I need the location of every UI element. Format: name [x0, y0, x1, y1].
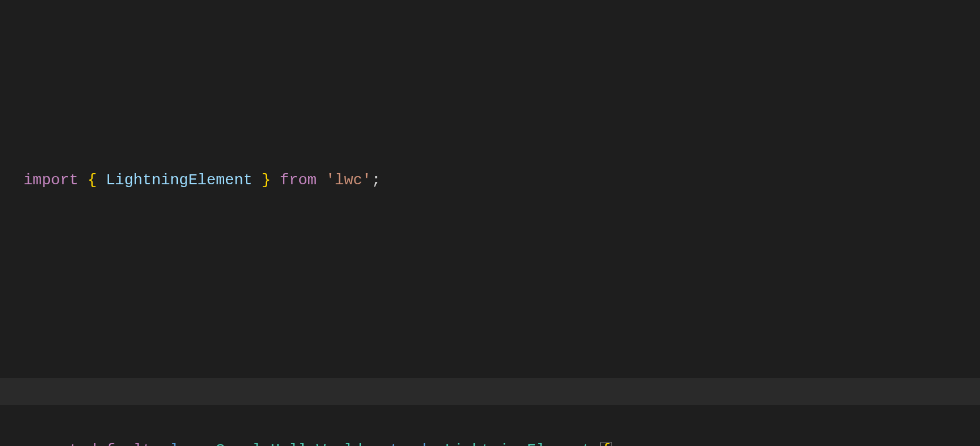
space [207, 441, 216, 446]
brace-open-highlighted: { [600, 442, 612, 446]
semicolon: ; [371, 171, 381, 189]
space [316, 171, 326, 189]
keyword-default: default [87, 441, 151, 446]
space [79, 441, 88, 446]
keyword-from: from [280, 171, 316, 189]
space [435, 441, 445, 446]
keyword-import: import [23, 171, 79, 189]
space [362, 441, 371, 446]
class-name: SampleHelloWorld [216, 441, 363, 446]
keyword-extends: extends [371, 441, 435, 446]
space [79, 171, 88, 189]
keyword-class: class [161, 441, 207, 446]
code-line: import { LightningElement } from 'lwc'; [23, 167, 973, 194]
string-module: 'lwc' [326, 171, 371, 189]
brace-close: } [262, 171, 271, 189]
space [591, 441, 600, 446]
code-line: export default class SampleHelloWorld ex… [23, 437, 973, 446]
brace-open: { [87, 171, 97, 189]
space [271, 171, 280, 189]
code-editor[interactable]: import { LightningElement } from 'lwc'; … [0, 0, 980, 446]
import-symbol: LightningElement [106, 171, 252, 189]
current-line-highlight [0, 378, 980, 405]
space [252, 171, 262, 189]
space [151, 441, 161, 446]
keyword-export: export [23, 441, 79, 446]
code-line [23, 302, 973, 329]
base-class: LightningElement [445, 441, 592, 446]
space [97, 171, 106, 189]
